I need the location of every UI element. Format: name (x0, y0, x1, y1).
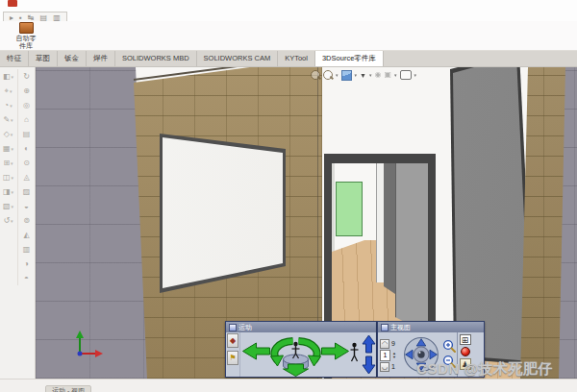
command-tab[interactable]: 3DSource零件库 (315, 51, 384, 66)
tool-icon[interactable]: ▤ (18, 127, 35, 141)
walkthrough-motion-panel: 运动 ◆⚑ (225, 321, 377, 378)
tool-icon[interactable]: ◫ ▾ (0, 170, 16, 184)
spinner-down-icon[interactable]: ▼ (392, 355, 396, 359)
tool-icon[interactable]: ◬ (18, 170, 35, 184)
scene-inner-door-1 (384, 163, 395, 294)
view-panel-title: 主视图 (390, 322, 411, 332)
auto-parts-label-line2: 件库 (4, 42, 48, 50)
triad-y-axis-icon (76, 331, 84, 338)
window-titlebar (0, 0, 577, 7)
view-panel-titlebar[interactable]: 主视图 (378, 322, 484, 332)
dropdown-caret-icon[interactable]: ▾ (355, 73, 358, 78)
tool-icon[interactable]: ⊕ (18, 84, 35, 98)
command-tab[interactable]: 焊件 (87, 51, 115, 66)
tool-icon[interactable]: ◭ (18, 228, 35, 242)
active-view-tab[interactable]: 运动 - 视图 (45, 385, 91, 392)
motion-panel-body: ◆⚑ (226, 332, 376, 377)
scene-inner-door-2 (395, 163, 428, 334)
speed-value-box[interactable]: 1 (380, 350, 390, 361)
dropdown-caret-icon: ▾ (10, 88, 13, 94)
red-sphere-button[interactable] (461, 347, 470, 356)
move-up-arrow-icon (363, 335, 375, 353)
scene-green-door (336, 182, 363, 236)
dropdown-caret-icon[interactable]: ▾ (336, 73, 339, 78)
speed-spinner[interactable]: ▲ ▼ (392, 352, 396, 359)
tool-icon[interactable]: ⊙ (18, 156, 35, 170)
tool-icon[interactable]: ⊚ (18, 213, 35, 228)
dropdown-caret-icon: ▾ (12, 74, 14, 80)
zoom-in-button[interactable] (441, 339, 457, 355)
main-area: ◧ ▾ ⌖ ▾ ◔ ▾ ✎ ▾ ◇ (0, 67, 577, 379)
speed-control: ◠ 9 1 ▲ ▼ ◡ 1 (378, 338, 403, 372)
motion-controls[interactable] (240, 332, 376, 377)
command-manager: 自动零 件库 (0, 21, 577, 51)
headsup-view-toolbar: ▾▾▼▾◉▣▾▾ (311, 68, 416, 82)
tool-icon[interactable]: ⊞ ▾ (0, 156, 16, 170)
scene-inner-door-frame (376, 163, 385, 282)
dropdown-caret-icon: ▾ (11, 160, 13, 166)
zoom-fit-icon[interactable] (311, 70, 320, 80)
tool-icon[interactable]: ◒ (18, 199, 35, 213)
tool-icon[interactable]: ✎ ▾ (0, 112, 16, 127)
dropdown-caret-icon: ▾ (12, 146, 14, 152)
view-orientation-cube-icon[interactable] (341, 70, 352, 81)
dropdown-caret-icon[interactable]: ▾ (414, 73, 417, 78)
tool-icon[interactable]: ⌂ (18, 112, 35, 127)
left-toolbar-column-2: ↻ ⊕ ◎ ⌂ ▤ ◐ (17, 69, 35, 285)
triad-x-axis-icon (95, 350, 103, 357)
dropdown-caret-icon[interactable]: ▾ (394, 73, 397, 78)
dropdown-caret-icon: ▾ (10, 103, 13, 109)
dropdown-caret-icon: ▾ (12, 204, 14, 209)
tool-icon[interactable]: ▨ (18, 184, 35, 199)
zoom-area-icon[interactable] (323, 70, 333, 80)
dropdown-caret-icon: ▾ (12, 189, 14, 195)
speed-min-label: 1 (391, 363, 395, 370)
dropdown-caret-icon: ▾ (12, 175, 14, 181)
command-tab[interactable]: SOLIDWORKS CAM (197, 51, 279, 66)
speed-down-button[interactable]: ◡ (380, 362, 389, 372)
motion-side-button-bottom[interactable]: ⚑ (227, 351, 238, 365)
scene-icon[interactable]: ▣ (384, 71, 391, 79)
tool-icon[interactable]: ⌖ ▾ (0, 84, 16, 98)
tool-icon[interactable]: ◎ (18, 98, 35, 112)
command-manager-tabs: 特征草图钣金焊件SOLIDWORKS MBDSOLIDWORKS CAMKYTo… (0, 51, 577, 67)
display-style-icon[interactable]: ▼ (360, 72, 366, 79)
command-tab[interactable]: 草图 (29, 51, 58, 66)
tool-icon[interactable]: ◓ (18, 271, 35, 285)
dropdown-caret-icon: ▾ (11, 218, 13, 224)
tool-icon[interactable]: ◔ ▾ (0, 98, 16, 112)
tool-icon[interactable]: ◐ (18, 141, 35, 156)
speed-max-label: 9 (391, 340, 395, 347)
command-tab[interactable]: KYTool (278, 51, 315, 66)
speed-up-button[interactable]: ◠ (380, 339, 389, 349)
command-tab[interactable]: 钣金 (58, 51, 87, 66)
orientation-triad (72, 329, 107, 363)
csdn-watermark: CSDN @技术死肥仔 (416, 360, 553, 379)
motion-panel-titlebar[interactable]: 运动 (226, 322, 376, 332)
tool-icon[interactable]: ◧ ▾ (0, 69, 16, 84)
command-tab[interactable]: 特征 (0, 51, 29, 66)
motion-side-button-top[interactable]: ◆ (227, 333, 238, 348)
full-view-grid-button[interactable]: ⊞ (460, 334, 471, 345)
dropdown-caret-icon[interactable]: ▾ (369, 73, 372, 78)
hide-show-items-icon[interactable]: ◉ (374, 71, 381, 79)
tool-icon[interactable]: ▥ (18, 242, 35, 257)
status-bar: 运动 - 视图 (0, 379, 577, 392)
tool-icon[interactable]: ↺ ▾ (0, 213, 16, 228)
graphics-viewport[interactable]: ▾▾▼▾◉▣▾▾ 运动 ◆⚑ (36, 67, 577, 379)
tool-icon[interactable]: ◇ ▾ (0, 127, 16, 141)
quick-access-toolbar: ▸▪↹▤▥ (0, 7, 577, 21)
tool-icon[interactable]: ↻ (18, 69, 35, 84)
annotation-view-icon[interactable] (400, 70, 412, 80)
auto-parts-library-button[interactable]: 自动零 件库 (4, 22, 48, 50)
tool-icon[interactable]: ◑ (18, 257, 35, 271)
walk-left-arrow-icon (243, 343, 270, 359)
tool-icon[interactable]: ▦ ▾ (0, 141, 16, 156)
command-tab[interactable]: SOLIDWORKS MBD (115, 51, 197, 66)
motion-panel-title: 运动 (238, 322, 252, 332)
auto-parts-label-line1: 自动零 (4, 35, 48, 42)
tool-icon[interactable]: ◨ ▾ (0, 184, 16, 199)
motion-side-strip: ◆⚑ (226, 332, 240, 377)
dropdown-caret-icon: ▾ (11, 132, 13, 137)
tool-icon[interactable]: ▧ ▾ (0, 199, 16, 213)
